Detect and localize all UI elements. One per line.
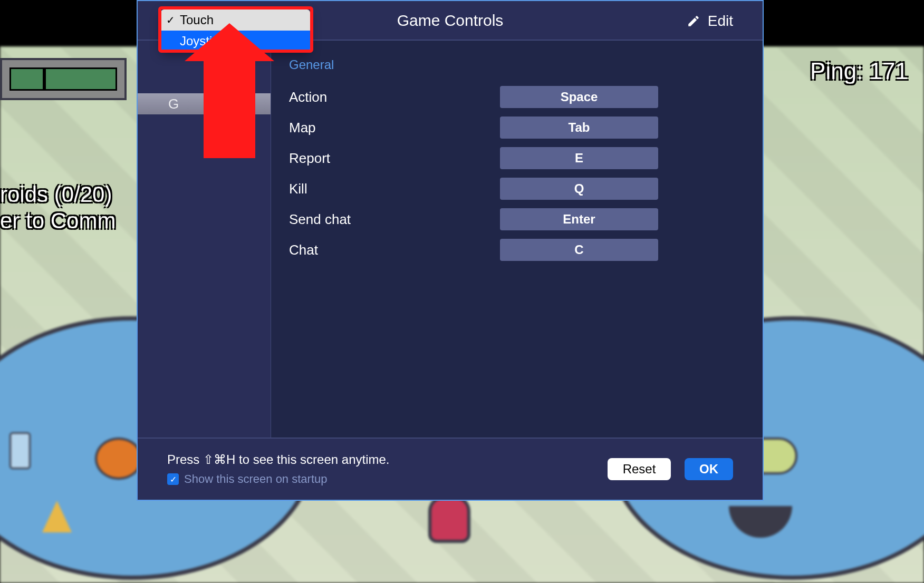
binding-key-send-chat[interactable]: Enter: [500, 208, 658, 230]
pizza-prop: [42, 501, 72, 532]
binding-row-chat: Chat C: [271, 235, 763, 265]
cup-prop: [9, 432, 31, 469]
dropdown-item-joystick[interactable]: Joystick: [161, 31, 310, 52]
sidebar-item-general[interactable]: G: [138, 93, 271, 114]
pumpkin-prop: [95, 438, 142, 480]
binding-row-action: Action Space: [271, 82, 763, 112]
footer-left: Press ⇧⌘H to see this screen anytime. ✓ …: [167, 452, 389, 486]
ping-display: Ping: 171: [810, 58, 908, 84]
content-panel: General Action Space Map Tab Report E Ki…: [271, 41, 763, 438]
binding-label: Action: [289, 89, 500, 105]
startup-checkbox-row[interactable]: ✓ Show this screen on startup: [167, 472, 389, 486]
footer-hint: Press ⇧⌘H to see this screen anytime.: [167, 452, 389, 467]
binding-label: Chat: [289, 242, 500, 258]
binding-key-action[interactable]: Space: [500, 86, 658, 108]
modal-body: G General Action Space Map Tab Report E …: [138, 41, 763, 438]
binding-label: Send chat: [289, 211, 500, 228]
footer-buttons: Reset OK: [608, 458, 733, 480]
binding-key-report[interactable]: E: [500, 147, 658, 169]
player-character: [428, 495, 470, 543]
section-title: General: [289, 57, 745, 72]
ok-button[interactable]: OK: [685, 458, 733, 480]
task-line-2: er to Comm: [0, 208, 116, 234]
binding-row-report: Report E: [271, 143, 763, 173]
binding-label: Report: [289, 150, 500, 167]
modal-title: Game Controls: [397, 12, 504, 30]
binding-key-chat[interactable]: C: [500, 239, 658, 261]
checkbox-label: Show this screen on startup: [184, 472, 327, 486]
binding-label: Kill: [289, 181, 500, 197]
modal-footer: Press ⇧⌘H to see this screen anytime. ✓ …: [138, 438, 763, 500]
reset-button[interactable]: Reset: [608, 458, 671, 480]
binding-row-map: Map Tab: [271, 112, 763, 143]
binding-row-send-chat: Send chat Enter: [271, 204, 763, 235]
edit-button[interactable]: Edit: [687, 13, 733, 30]
sidebar: G: [138, 41, 271, 438]
game-controls-modal: Game Controls Edit G General Action Spac…: [137, 0, 764, 501]
task-line-1: roids (0/20): [0, 182, 112, 207]
binding-key-map[interactable]: Tab: [500, 116, 658, 139]
binding-row-kill: Kill Q: [271, 173, 763, 204]
scheme-dropdown[interactable]: Touch Joystick: [161, 9, 310, 52]
edit-label: Edit: [708, 13, 733, 30]
binding-key-kill[interactable]: Q: [500, 178, 658, 200]
pencil-icon: [687, 14, 700, 28]
dropdown-item-touch[interactable]: Touch: [161, 9, 310, 31]
binding-label: Map: [289, 120, 500, 136]
task-progress-bar: [0, 58, 127, 100]
checkbox-icon[interactable]: ✓: [167, 473, 179, 485]
